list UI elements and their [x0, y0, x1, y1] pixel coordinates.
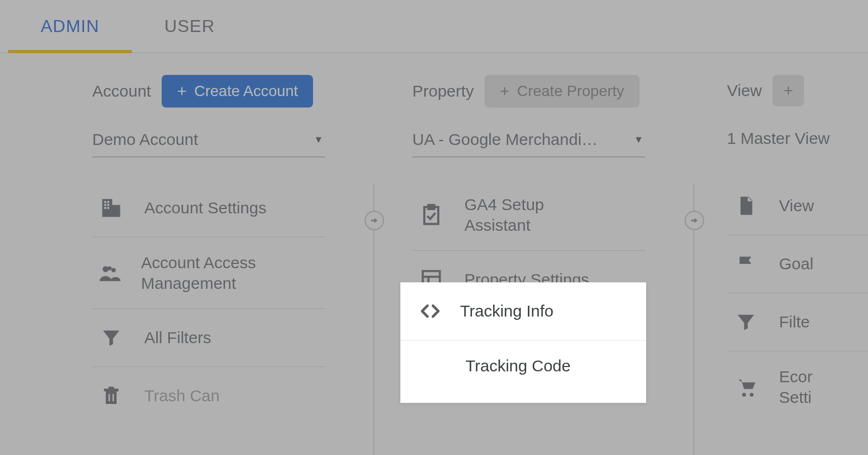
menu-item-all-filters[interactable]: All Filters: [92, 308, 326, 366]
create-property-label: Create Property: [517, 83, 624, 100]
plus-icon: +: [500, 83, 509, 99]
account-selector[interactable]: Demo Account ▼: [92, 125, 326, 157]
menu-item-label: Tracking Info: [460, 301, 553, 321]
property-column-title: Property: [412, 82, 474, 100]
code-brackets-icon: [417, 298, 444, 325]
funnel-icon: [98, 324, 125, 351]
account-selected-value: Demo Account: [92, 130, 198, 149]
menu-item-goals[interactable]: Goal: [727, 235, 868, 293]
plus-icon: +: [783, 83, 793, 99]
property-selected-value: UA - Google Merchandise Sto…: [412, 130, 602, 149]
svg-point-16: [742, 393, 746, 396]
menu-item-label: Account Settings: [144, 198, 266, 218]
svg-rect-5: [107, 207, 110, 209]
svg-rect-0: [104, 201, 106, 203]
menu-item-label: Ecor Setti: [779, 366, 844, 407]
svg-rect-1: [107, 201, 110, 203]
svg-point-6: [103, 266, 108, 272]
view-selector[interactable]: 1 Master View: [727, 124, 868, 155]
people-icon: [98, 260, 122, 287]
svg-rect-4: [104, 207, 106, 209]
menu-item-label: Account Access Management: [141, 252, 320, 293]
svg-rect-9: [108, 394, 110, 401]
menu-item-label: Filte: [779, 312, 810, 332]
account-column: Account + Create Account Demo Account ▼ …: [0, 75, 374, 455]
view-column-title: View: [727, 81, 762, 100]
property-selector[interactable]: UA - Google Merchandise Sto… ▼: [412, 125, 646, 157]
funnel-icon: [732, 308, 760, 336]
menu-item-account-settings[interactable]: Account Settings: [92, 179, 326, 237]
admin-tabs: ADMIN USER: [0, 0, 868, 53]
menu-item-ga4-setup[interactable]: GA4 Setup Assistant: [412, 179, 646, 250]
menu-item-label: All Filters: [144, 327, 211, 348]
svg-point-17: [750, 393, 754, 396]
menu-item-label: Tracking Code: [465, 356, 571, 376]
menu-item-view-settings[interactable]: View: [727, 177, 868, 235]
menu-item-label: GA4 Setup Assistant: [464, 194, 584, 235]
menu-item-ecommerce-settings[interactable]: Ecor Setti: [727, 351, 868, 422]
svg-point-8: [107, 266, 111, 270]
create-account-label: Create Account: [194, 83, 298, 100]
svg-rect-3: [107, 204, 110, 206]
plus-icon: +: [177, 83, 187, 99]
create-view-button[interactable]: +: [773, 75, 804, 106]
view-menu: View Goal Filte: [727, 177, 868, 422]
view-selected-value: 1 Master View: [727, 129, 830, 148]
buildings-icon: [98, 194, 125, 222]
svg-rect-10: [113, 394, 114, 401]
chevron-down-icon: ▼: [634, 134, 643, 146]
cart-icon: [732, 374, 760, 401]
account-menu: Account Settings Account Access Manageme…: [92, 179, 326, 425]
create-property-button[interactable]: + Create Property: [484, 75, 639, 108]
menu-item-tracking-info[interactable]: Tracking Info: [400, 282, 646, 340]
document-icon: [732, 192, 760, 219]
highlight-region: Tracking Info Tracking Code: [400, 282, 646, 403]
account-column-title: Account: [92, 82, 151, 100]
trash-icon: [98, 382, 125, 409]
menu-item-view-filters[interactable]: Filte: [727, 293, 868, 351]
clipboard-check-icon: [418, 201, 445, 229]
menu-item-label: Goal: [779, 254, 813, 274]
svg-point-7: [111, 268, 116, 272]
tab-user[interactable]: USER: [132, 0, 247, 52]
create-account-button[interactable]: + Create Account: [162, 75, 313, 108]
tab-admin[interactable]: ADMIN: [8, 0, 132, 52]
menu-item-trash-can[interactable]: Trash Can: [92, 366, 326, 425]
flag-icon: [732, 250, 760, 277]
menu-item-label: Trash Can: [144, 386, 220, 406]
menu-item-account-access[interactable]: Account Access Management: [92, 237, 326, 308]
svg-rect-2: [104, 204, 106, 206]
menu-item-tracking-code[interactable]: Tracking Code: [400, 340, 646, 391]
menu-item-label: View: [779, 195, 814, 216]
view-column: View + 1 Master View View: [694, 75, 868, 455]
svg-rect-12: [429, 205, 435, 208]
chevron-down-icon: ▼: [314, 134, 323, 146]
